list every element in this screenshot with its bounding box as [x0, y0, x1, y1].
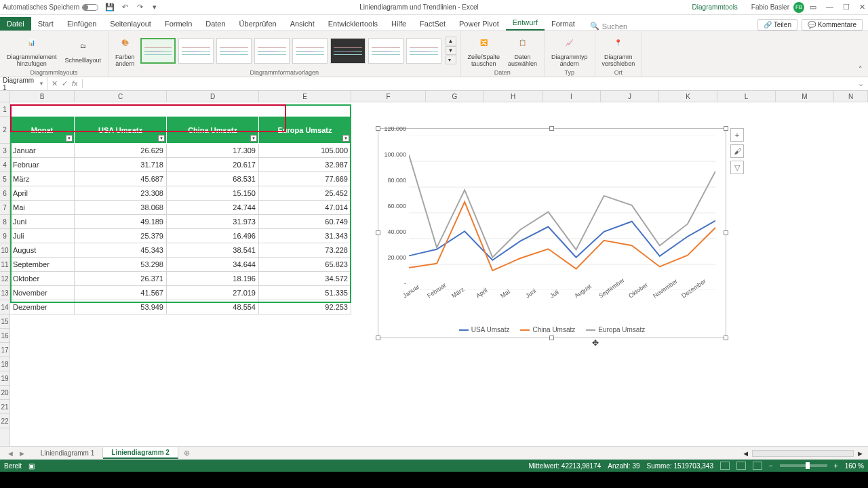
column-header[interactable]: H — [484, 91, 542, 102]
cell[interactable]: September — [10, 258, 75, 272]
table-header[interactable]: Europa Umsatz▼ — [259, 117, 351, 144]
redo-icon[interactable]: ↷ — [135, 3, 144, 12]
tab-factset[interactable]: FactSet — [413, 17, 452, 30]
cell[interactable]: 34.644 — [167, 258, 259, 272]
tab-daten[interactable]: Daten — [199, 17, 232, 30]
table-row[interactable]: Mai38.06824.74447.014 — [10, 201, 351, 215]
column-header[interactable]: E — [259, 91, 351, 102]
cell[interactable]: 32.987 — [259, 158, 351, 172]
row-header[interactable]: 4 — [0, 158, 9, 172]
chart-style-2[interactable] — [178, 38, 214, 64]
worksheet-grid[interactable]: 12345678910111213141516171819202122 BCDE… — [0, 91, 868, 446]
cell[interactable]: März — [10, 172, 75, 186]
table-row[interactable]: November41.56727.01951.335 — [10, 286, 351, 300]
cell[interactable]: 92.253 — [259, 300, 351, 314]
cell[interactable]: 41.567 — [75, 286, 167, 300]
row-header[interactable]: 6 — [0, 186, 9, 201]
sheet-tab[interactable]: Liniendiagramm 2 — [103, 447, 178, 459]
table-header[interactable]: Monat▼ — [10, 117, 75, 144]
table-row[interactable]: September53.29834.64465.823 — [10, 258, 351, 272]
cell[interactable]: 47.014 — [259, 201, 351, 215]
table-header[interactable]: USA Umsatz▼ — [75, 117, 167, 144]
hscroll-right-icon[interactable]: ► — [856, 449, 864, 458]
cell[interactable]: 15.150 — [167, 186, 259, 201]
change-chart-type-button[interactable]: 📈Diagrammtyp ändern — [549, 33, 591, 69]
cell[interactable]: Februar — [10, 158, 75, 172]
table-row[interactable]: Juni49.18931.97360.749 — [10, 215, 351, 229]
tab-entwicklertools[interactable]: Entwicklertools — [321, 17, 384, 30]
table-header[interactable]: China Umsatz▼ — [167, 117, 259, 144]
cell[interactable]: November — [10, 286, 75, 300]
chart-legend[interactable]: USA UmsatzChina UmsatzEuropa Umsatz — [378, 326, 726, 333]
cell[interactable]: 53.949 — [75, 300, 167, 314]
view-page-layout-icon[interactable] — [736, 462, 746, 470]
filter-icon[interactable]: ▼ — [66, 135, 73, 142]
filter-icon[interactable]: ▼ — [342, 135, 349, 142]
tab-einfügen[interactable]: Einfügen — [60, 17, 103, 30]
view-normal-icon[interactable] — [720, 462, 730, 470]
cell[interactable]: 20.617 — [167, 158, 259, 172]
undo-icon[interactable]: ↶ — [120, 3, 130, 12]
cell[interactable]: 27.019 — [167, 286, 259, 300]
add-sheet-button[interactable]: ⊕ — [178, 449, 195, 458]
cell[interactable]: 73.228 — [259, 243, 351, 258]
chart-style-3[interactable] — [216, 38, 252, 64]
collapse-ribbon-icon[interactable]: ˄ — [853, 62, 868, 77]
cell[interactable]: April — [10, 186, 75, 201]
chart-style-6[interactable] — [330, 38, 366, 64]
column-header[interactable]: N — [834, 91, 868, 102]
zoom-slider[interactable] — [780, 464, 827, 467]
table-row[interactable]: März45.68768.53177.669 — [10, 172, 351, 186]
table-row[interactable]: April23.30815.15025.452 — [10, 186, 351, 201]
cell[interactable]: Juli — [10, 229, 75, 243]
table-row[interactable]: Oktober26.37118.19634.572 — [10, 272, 351, 286]
cell[interactable]: 24.744 — [167, 201, 259, 215]
row-header[interactable]: 12 — [0, 272, 9, 286]
column-header[interactable]: L — [717, 91, 776, 102]
column-header[interactable]: I — [542, 91, 601, 102]
switch-row-column-button[interactable]: 🔀Zeile/Spalte tauschen — [465, 33, 503, 69]
row-header[interactable]: 10 — [0, 243, 9, 258]
zoom-in-icon[interactable]: + — [834, 462, 838, 470]
cell[interactable]: 48.554 — [167, 300, 259, 314]
enter-formula-icon[interactable]: ✓ — [62, 79, 68, 88]
fx-icon[interactable]: fx — [72, 79, 78, 88]
add-chart-element-button[interactable]: 📊Diagrammelement hinzufügen — [4, 33, 60, 69]
save-icon[interactable]: 💾 — [105, 3, 115, 12]
filter-icon[interactable]: ▼ — [158, 135, 165, 142]
user-account[interactable]: Fabio Basler FB — [751, 2, 804, 13]
row-header[interactable]: 21 — [0, 400, 9, 414]
row-header[interactable]: 3 — [0, 144, 9, 158]
sheet-nav[interactable]: ◄► — [0, 449, 33, 458]
column-header[interactable]: C — [75, 91, 167, 102]
chart-styles-icon[interactable]: 🖌 — [730, 144, 744, 158]
tab-file[interactable]: Datei — [0, 17, 31, 30]
zoom-level[interactable]: 160 % — [845, 462, 864, 470]
move-chart-button[interactable]: 📍Diagramm verschieben — [599, 33, 638, 69]
cell[interactable]: 38.068 — [75, 201, 167, 215]
chart-plot-area[interactable] — [409, 136, 715, 290]
table-row[interactable]: Juli25.37916.49631.343 — [10, 229, 351, 243]
tab-entwurf[interactable]: Entwurf — [506, 16, 545, 30]
chart-style-5[interactable] — [292, 38, 328, 64]
row-header[interactable]: 8 — [0, 215, 9, 229]
table-row[interactable]: Januar26.62917.309105.000 — [10, 144, 351, 158]
row-header[interactable]: 19 — [0, 371, 9, 386]
cell[interactable]: 49.189 — [75, 215, 167, 229]
cell[interactable]: 31.343 — [259, 229, 351, 243]
cell[interactable]: Oktober — [10, 272, 75, 286]
select-data-button[interactable]: 📋Daten auswählen — [505, 33, 540, 69]
cell[interactable]: 26.629 — [75, 144, 167, 158]
row-header[interactable]: 11 — [0, 258, 9, 272]
view-page-break-icon[interactable] — [753, 462, 762, 470]
cell[interactable]: 77.669 — [259, 172, 351, 186]
tell-me-search[interactable]: 🔍 Suchen — [582, 22, 627, 30]
select-all-icon[interactable] — [0, 91, 9, 102]
cell[interactable]: 105.000 — [259, 144, 351, 158]
cell[interactable]: 51.335 — [259, 286, 351, 300]
maximize-icon[interactable]: ☐ — [843, 3, 850, 12]
chart-style-4[interactable] — [254, 38, 290, 64]
row-header[interactable]: 15 — [0, 314, 9, 329]
tab-power pivot[interactable]: Power Pivot — [452, 17, 506, 30]
tab-überprüfen[interactable]: Überprüfen — [233, 17, 283, 30]
